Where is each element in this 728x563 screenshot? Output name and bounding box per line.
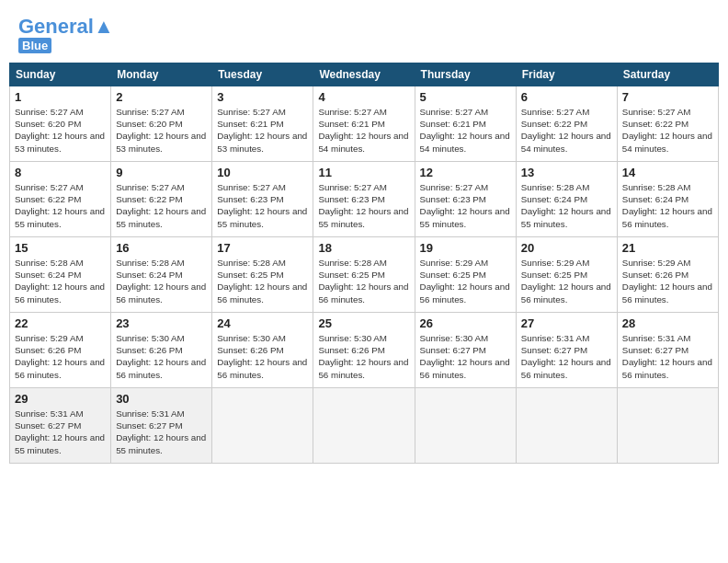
day-cell-17: 17 Sunrise: 5:28 AM Sunset: 6:25 PM Dayl…	[212, 237, 313, 313]
calendar-table: Sunday Monday Tuesday Wednesday Thursday…	[9, 63, 719, 464]
day-info: Sunrise: 5:27 AM Sunset: 6:21 PM Dayligh…	[318, 106, 409, 155]
day-info: Sunrise: 5:28 AM Sunset: 6:25 PM Dayligh…	[318, 257, 409, 305]
day-cell-14: 14 Sunrise: 5:28 AM Sunset: 6:24 PM Dayl…	[617, 162, 718, 237]
day-info: Sunrise: 5:28 AM Sunset: 6:24 PM Dayligh…	[116, 257, 207, 305]
day-info: Sunrise: 5:27 AM Sunset: 6:21 PM Dayligh…	[420, 106, 511, 155]
day-info: Sunrise: 5:31 AM Sunset: 6:27 PM Dayligh…	[15, 408, 106, 456]
day-info: Sunrise: 5:27 AM Sunset: 6:23 PM Dayligh…	[318, 181, 409, 230]
header-monday: Monday	[111, 63, 212, 86]
day-number: 11	[318, 166, 409, 179]
day-info: Sunrise: 5:27 AM Sunset: 6:22 PM Dayligh…	[116, 181, 207, 230]
day-info: Sunrise: 5:27 AM Sunset: 6:22 PM Dayligh…	[521, 106, 612, 155]
day-number: 25	[318, 316, 409, 330]
day-info: Sunrise: 5:30 AM Sunset: 6:27 PM Dayligh…	[420, 332, 511, 381]
day-cell-13: 13 Sunrise: 5:28 AM Sunset: 6:24 PM Dayl…	[516, 162, 617, 237]
day-cell-12: 12 Sunrise: 5:27 AM Sunset: 6:23 PM Dayl…	[415, 162, 516, 237]
day-number: 27	[521, 316, 612, 330]
day-number: 26	[420, 316, 511, 330]
day-cell-4: 4 Sunrise: 5:27 AM Sunset: 6:21 PM Dayli…	[313, 86, 415, 162]
day-cell-16: 16 Sunrise: 5:28 AM Sunset: 6:24 PM Dayl…	[111, 237, 212, 313]
logo-general: General	[18, 15, 94, 38]
header-tuesday: Tuesday	[212, 63, 313, 86]
day-number: 12	[420, 166, 511, 179]
day-info: Sunrise: 5:31 AM Sunset: 6:27 PM Dayligh…	[521, 332, 612, 381]
day-info: Sunrise: 5:28 AM Sunset: 6:25 PM Dayligh…	[217, 257, 308, 305]
day-number: 17	[217, 241, 308, 255]
day-info: Sunrise: 5:27 AM Sunset: 6:20 PM Dayligh…	[116, 106, 207, 155]
day-number: 10	[217, 166, 308, 179]
week-row-4: 22 Sunrise: 5:29 AM Sunset: 6:26 PM Dayl…	[10, 313, 719, 388]
day-number: 13	[521, 166, 612, 179]
day-number: 18	[318, 241, 409, 255]
day-number: 24	[217, 316, 308, 330]
day-cell-3: 3 Sunrise: 5:27 AM Sunset: 6:21 PM Dayli…	[212, 86, 313, 162]
day-info: Sunrise: 5:27 AM Sunset: 6:21 PM Dayligh…	[217, 106, 308, 155]
page-header: General▲ Blue	[9, 9, 719, 57]
day-info: Sunrise: 5:28 AM Sunset: 6:24 PM Dayligh…	[15, 257, 106, 305]
day-cell-26: 26 Sunrise: 5:30 AM Sunset: 6:27 PM Dayl…	[415, 313, 516, 388]
day-cell-6: 6 Sunrise: 5:27 AM Sunset: 6:22 PM Dayli…	[516, 86, 617, 162]
day-number: 6	[521, 90, 612, 104]
day-cell-2: 2 Sunrise: 5:27 AM Sunset: 6:20 PM Dayli…	[111, 86, 212, 162]
header-friday: Friday	[516, 63, 617, 86]
day-info: Sunrise: 5:30 AM Sunset: 6:26 PM Dayligh…	[116, 332, 207, 381]
day-number: 22	[15, 316, 106, 330]
logo: General▲ Blue	[18, 17, 114, 53]
day-cell-10: 10 Sunrise: 5:27 AM Sunset: 6:23 PM Dayl…	[212, 162, 313, 237]
day-info: Sunrise: 5:27 AM Sunset: 6:23 PM Dayligh…	[420, 181, 511, 230]
day-cell-30: 30 Sunrise: 5:31 AM Sunset: 6:27 PM Dayl…	[111, 388, 212, 464]
day-number: 15	[15, 241, 106, 255]
day-info: Sunrise: 5:31 AM Sunset: 6:27 PM Dayligh…	[116, 408, 207, 456]
day-cell-9: 9 Sunrise: 5:27 AM Sunset: 6:22 PM Dayli…	[111, 162, 212, 237]
day-cell-24: 24 Sunrise: 5:30 AM Sunset: 6:26 PM Dayl…	[212, 313, 313, 388]
header-wednesday: Wednesday	[313, 63, 415, 86]
day-number: 28	[622, 316, 713, 330]
day-cell-25: 25 Sunrise: 5:30 AM Sunset: 6:26 PM Dayl…	[313, 313, 415, 388]
day-cell-1: 1 Sunrise: 5:27 AM Sunset: 6:20 PM Dayli…	[10, 86, 111, 162]
day-cell-19: 19 Sunrise: 5:29 AM Sunset: 6:25 PM Dayl…	[415, 237, 516, 313]
day-number: 3	[217, 90, 308, 104]
empty-cell	[617, 388, 718, 464]
week-row-5: 29 Sunrise: 5:31 AM Sunset: 6:27 PM Dayl…	[10, 388, 719, 464]
day-number: 30	[116, 392, 207, 406]
empty-cell	[212, 388, 313, 464]
day-info: Sunrise: 5:27 AM Sunset: 6:20 PM Dayligh…	[15, 106, 106, 155]
day-number: 29	[15, 392, 106, 406]
day-info: Sunrise: 5:29 AM Sunset: 6:25 PM Dayligh…	[521, 257, 612, 305]
day-info: Sunrise: 5:29 AM Sunset: 6:25 PM Dayligh…	[420, 257, 511, 305]
header-sunday: Sunday	[10, 63, 111, 86]
header-thursday: Thursday	[415, 63, 516, 86]
day-number: 2	[116, 90, 207, 104]
empty-cell	[313, 388, 415, 464]
day-info: Sunrise: 5:30 AM Sunset: 6:26 PM Dayligh…	[318, 332, 409, 381]
day-info: Sunrise: 5:27 AM Sunset: 6:22 PM Dayligh…	[622, 106, 713, 155]
day-number: 21	[622, 241, 713, 255]
day-number: 20	[521, 241, 612, 255]
day-number: 9	[116, 166, 207, 179]
day-cell-28: 28 Sunrise: 5:31 AM Sunset: 6:27 PM Dayl…	[617, 313, 718, 388]
day-cell-23: 23 Sunrise: 5:30 AM Sunset: 6:26 PM Dayl…	[111, 313, 212, 388]
empty-cell	[516, 388, 617, 464]
day-cell-18: 18 Sunrise: 5:28 AM Sunset: 6:25 PM Dayl…	[313, 237, 415, 313]
empty-cell	[415, 388, 516, 464]
day-cell-21: 21 Sunrise: 5:29 AM Sunset: 6:26 PM Dayl…	[617, 237, 718, 313]
logo-blue: Blue	[18, 38, 51, 53]
day-info: Sunrise: 5:29 AM Sunset: 6:26 PM Dayligh…	[622, 257, 713, 305]
day-cell-7: 7 Sunrise: 5:27 AM Sunset: 6:22 PM Dayli…	[617, 86, 718, 162]
day-number: 4	[318, 90, 409, 104]
day-number: 14	[622, 166, 713, 179]
week-row-2: 8 Sunrise: 5:27 AM Sunset: 6:22 PM Dayli…	[10, 162, 719, 237]
day-info: Sunrise: 5:28 AM Sunset: 6:24 PM Dayligh…	[521, 181, 612, 230]
header-saturday: Saturday	[617, 63, 718, 86]
day-number: 19	[420, 241, 511, 255]
day-number: 7	[622, 90, 713, 104]
week-row-3: 15 Sunrise: 5:28 AM Sunset: 6:24 PM Dayl…	[10, 237, 719, 313]
day-cell-20: 20 Sunrise: 5:29 AM Sunset: 6:25 PM Dayl…	[516, 237, 617, 313]
week-row-1: 1 Sunrise: 5:27 AM Sunset: 6:20 PM Dayli…	[10, 86, 719, 162]
day-info: Sunrise: 5:28 AM Sunset: 6:24 PM Dayligh…	[622, 181, 713, 230]
day-cell-8: 8 Sunrise: 5:27 AM Sunset: 6:22 PM Dayli…	[10, 162, 111, 237]
day-cell-27: 27 Sunrise: 5:31 AM Sunset: 6:27 PM Dayl…	[516, 313, 617, 388]
day-number: 16	[116, 241, 207, 255]
day-cell-29: 29 Sunrise: 5:31 AM Sunset: 6:27 PM Dayl…	[10, 388, 111, 464]
day-number: 23	[116, 316, 207, 330]
